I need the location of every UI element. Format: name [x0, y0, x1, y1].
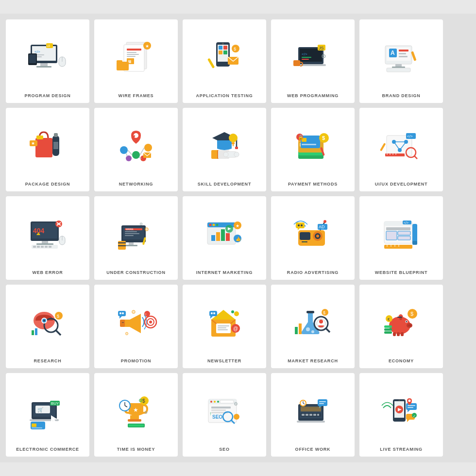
svg-rect-327 — [406, 403, 417, 410]
economy-label: ECONOMY — [389, 358, 414, 363]
svg-text:🛒: 🛒 — [37, 407, 44, 413]
office-work-icon — [274, 377, 352, 444]
svg-point-225 — [211, 312, 213, 314]
card-promotion[interactable]: ⚙ ⚙ ! PROMOTION — [94, 285, 178, 368]
svg-rect-260 — [384, 325, 392, 328]
skill-development-label: SKILL DEVELOPMENT — [198, 182, 251, 187]
svg-rect-80 — [217, 150, 218, 159]
svg-point-237 — [319, 320, 323, 323]
svg-rect-274 — [128, 419, 141, 422]
electronic-commerce-label: ELECTRONIC COMMERCE — [16, 447, 79, 452]
svg-point-65 — [120, 146, 128, 154]
svg-point-176 — [298, 224, 300, 226]
svg-text:SEO: SEO — [212, 414, 222, 420]
svg-point-177 — [301, 224, 303, 226]
svg-rect-155 — [211, 235, 215, 241]
svg-line-70 — [128, 150, 132, 155]
svg-rect-128 — [33, 246, 36, 248]
svg-rect-329 — [408, 405, 415, 406]
promotion-label: PROMOTION — [121, 358, 152, 363]
card-brand-design[interactable]: A BRAND DESIGN — [359, 19, 443, 103]
svg-text:!: ! — [145, 312, 146, 317]
svg-rect-31 — [223, 51, 227, 54]
svg-text:!: ! — [38, 232, 38, 235]
svg-rect-141 — [125, 235, 134, 236]
svg-rect-239 — [299, 323, 302, 334]
card-office-work[interactable]: OFFICE WORK — [271, 373, 355, 457]
seo-icon: SEO ⚙ ↑ — [186, 377, 263, 444]
svg-rect-156 — [216, 232, 220, 241]
live-streaming-label: LIVE STREAMING — [380, 447, 423, 452]
skill-development-icon — [186, 112, 263, 179]
uiux-development-label: UI/UX DEVELOPMENT — [375, 182, 428, 187]
card-time-is-money[interactable]: ★ $ ⚙ ⚙ TIME IS MONEY — [94, 373, 178, 457]
card-newsletter[interactable]: @ NEWSLETTER — [183, 285, 266, 368]
svg-rect-94 — [302, 144, 316, 145]
networking-label: NETWORKING — [119, 182, 153, 187]
card-under-construction[interactable]: www. ⚙ ⚙ UNDER CONSTRUCTION — [94, 196, 178, 280]
svg-text:★: ★ — [133, 407, 138, 413]
svg-rect-2 — [40, 63, 48, 66]
svg-rect-238 — [295, 327, 298, 334]
svg-rect-78 — [235, 147, 238, 149]
card-web-programming[interactable]: </> JS ⚙ WEB PROGRAMMING — [271, 19, 355, 103]
card-package-design[interactable]: ★ PACKAGE DESIGN — [6, 108, 89, 191]
svg-text:♥: ♥ — [133, 134, 136, 139]
svg-rect-307 — [313, 414, 316, 416]
brand-design-icon: A — [362, 23, 440, 90]
svg-point-246 — [410, 325, 411, 326]
card-radio-advertising[interactable]: AD RADIO ADVERTISING — [271, 196, 355, 280]
svg-text:AD: AD — [319, 224, 325, 229]
newsletter-label: NEWSLETTER — [207, 358, 241, 363]
svg-rect-306 — [309, 414, 312, 416]
radio-advertising-label: RADIO ADVERTISING — [287, 270, 339, 275]
svg-rect-16 — [127, 52, 136, 53]
payment-methods-icon: $ 🔒 — [274, 112, 352, 179]
svg-point-87 — [234, 152, 239, 157]
svg-rect-56 — [387, 68, 410, 72]
svg-point-288 — [210, 401, 212, 403]
svg-rect-28 — [219, 46, 222, 50]
svg-rect-130 — [41, 246, 44, 248]
svg-rect-221 — [218, 327, 226, 328]
card-application-testing[interactable]: $ APPLICATION TESTING — [183, 19, 266, 103]
program-design-label: PROGRAM DESIGN — [24, 93, 70, 98]
card-skill-development[interactable]: SKILL DEVELOPMENT — [183, 108, 266, 191]
svg-rect-158 — [226, 233, 230, 241]
svg-text:@: @ — [233, 326, 238, 331]
svg-text:€: € — [388, 317, 390, 322]
svg-text:$: $ — [410, 311, 413, 317]
internet-marketing-icon: ★ 👍 — [186, 200, 263, 267]
card-networking[interactable]: ♥ NETWORKING — [94, 108, 178, 191]
card-economy[interactable]: $ € ECONOMY — [359, 285, 443, 368]
svg-text:</>: </> — [407, 134, 413, 138]
svg-point-154 — [216, 224, 219, 226]
svg-rect-220 — [218, 325, 229, 326]
svg-rect-126 — [36, 243, 53, 245]
card-website-blueprint[interactable]: </> WEBSITE BLUEPRINT — [359, 196, 443, 280]
svg-rect-308 — [317, 414, 319, 416]
svg-rect-209 — [118, 311, 126, 316]
card-web-error[interactable]: 404 ! — [6, 196, 89, 280]
card-wire-frames[interactable]: ▦ ★ WIRE FRAMES — [94, 19, 178, 103]
card-live-streaming[interactable]: ✓ LIVE STREAMING — [359, 373, 443, 457]
card-uiux-development[interactable]: </> UI/UX DEVELOPMENT — [359, 108, 443, 191]
card-payment-methods[interactable]: $ 🔒 PAYMENT METHODS — [271, 108, 355, 191]
card-seo[interactable]: SEO ⚙ ↑ SEO — [183, 373, 266, 457]
web-error-icon: 404 ! — [9, 200, 86, 267]
svg-point-67 — [144, 144, 152, 152]
svg-point-229 — [234, 311, 239, 316]
svg-text:⚙: ⚙ — [144, 226, 149, 232]
card-internet-marketing[interactable]: ★ 👍 INTERNET MARKETING — [183, 196, 266, 280]
svg-point-169 — [316, 235, 319, 238]
card-research[interactable]: $ RESEARCH — [6, 285, 89, 368]
card-market-research[interactable]: $ MARKET RESEARCH — [271, 285, 355, 368]
svg-rect-112 — [385, 153, 405, 156]
svg-rect-22 — [117, 60, 122, 63]
svg-rect-182 — [386, 227, 410, 230]
wire-frames-icon: ▦ ★ — [97, 23, 175, 90]
card-electronic-commerce[interactable]: 🛒 BUY ELECTRONIC COMMERCE — [6, 373, 89, 457]
card-program-design[interactable]: </> UI PROGRAM DESIGN — [6, 19, 89, 103]
electronic-commerce-icon: 🛒 BUY — [9, 377, 86, 444]
svg-text:</>: </> — [34, 50, 40, 54]
